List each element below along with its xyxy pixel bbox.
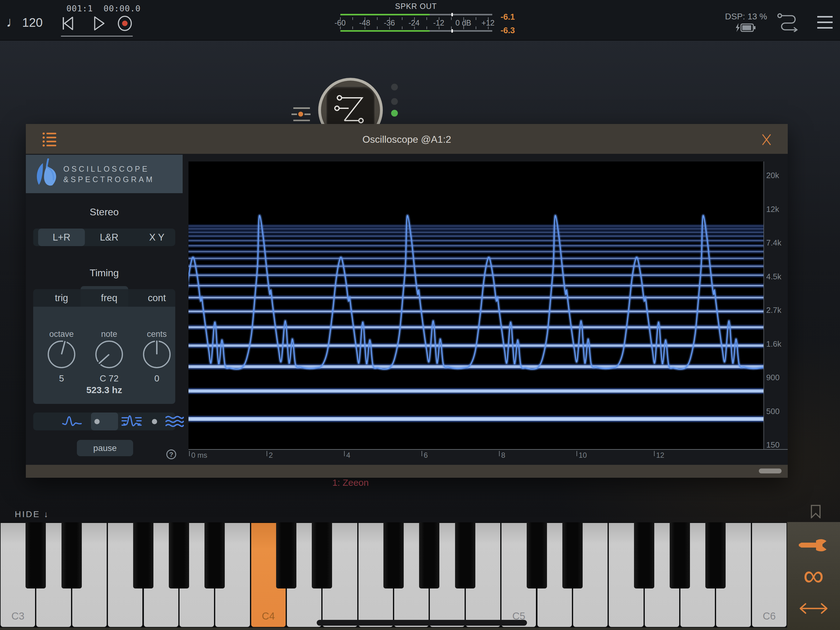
rewind-button[interactable]	[61, 15, 77, 32]
time-label-text: 12	[656, 451, 665, 459]
black-key[interactable]	[62, 522, 82, 589]
leaf-logo-icon	[33, 158, 60, 189]
stereo-heading: Stereo	[26, 206, 183, 218]
scope-canvas	[188, 161, 763, 450]
knob-note[interactable]	[94, 339, 125, 370]
plugin-header[interactable]: Oscilloscope @A1:2	[26, 124, 788, 154]
stereo-option-label: L&R	[85, 229, 133, 246]
wrench-icon[interactable]	[798, 537, 829, 555]
meter-tick	[377, 17, 377, 20]
time-axis-label: 0 ms	[189, 451, 207, 459]
keyboard-scroll-indicator[interactable]	[317, 620, 527, 626]
status-dot	[391, 84, 398, 90]
stereo-option-lr[interactable]: L+R	[38, 229, 85, 246]
signal-flow-icon[interactable]	[777, 13, 801, 32]
tab-label: cont	[133, 289, 180, 307]
black-key[interactable]	[562, 522, 583, 589]
tab-trig[interactable]: trig	[38, 289, 85, 307]
brand-line-1: OSCILLOSCOPE	[63, 165, 149, 174]
tab-label: freq	[85, 289, 133, 307]
key-label: C3	[1, 610, 35, 622]
meter-tick	[476, 27, 476, 29]
mode-oscilloscope-icon[interactable]	[62, 415, 82, 428]
stereo-option-label: X Y	[134, 229, 180, 246]
meter-tick	[451, 27, 452, 29]
knob-value-octave: 5	[37, 374, 86, 384]
scope-display[interactable]	[188, 161, 763, 450]
black-key[interactable]	[384, 522, 404, 589]
time-axis-label: 4	[344, 451, 350, 459]
knob-octave[interactable]	[46, 339, 77, 370]
meter-tick	[476, 17, 476, 20]
mode-dot-icon[interactable]	[152, 419, 157, 424]
mode-spectrogram-icon[interactable]	[166, 415, 184, 427]
play-button[interactable]	[91, 15, 107, 32]
plugin-footer	[26, 465, 788, 478]
hide-keyboard-button[interactable]: HIDE ↓	[15, 510, 49, 519]
white-key-C6[interactable]: C6	[752, 523, 786, 627]
black-key[interactable]	[634, 522, 654, 589]
tab-freq[interactable]: freq	[85, 289, 133, 307]
tab-label: trig	[38, 289, 85, 307]
battery-icon	[735, 23, 757, 33]
resize-handle[interactable]	[759, 469, 782, 473]
black-key[interactable]	[527, 522, 547, 589]
status-dot	[391, 98, 398, 105]
plugin-title: Oscilloscope @A1:2	[26, 134, 788, 145]
mode-dot-icon[interactable]	[95, 419, 99, 424]
time-axis-label: 6	[422, 451, 428, 459]
peak-readout-left: -6.1	[501, 12, 515, 22]
meter-level-left	[340, 14, 429, 15]
menu-icon[interactable]	[817, 15, 833, 30]
knob-label-cents: cents	[135, 329, 178, 339]
record-button[interactable]	[117, 15, 133, 32]
time-label-text: 2	[269, 451, 273, 459]
black-key[interactable]	[25, 522, 46, 589]
key-label: C4	[251, 610, 286, 622]
mode-combined-icon[interactable]	[122, 415, 142, 428]
frequency-axis-label: 2.7k	[766, 306, 781, 315]
black-key[interactable]	[705, 522, 726, 589]
close-icon[interactable]	[760, 134, 773, 146]
black-key[interactable]	[169, 522, 189, 589]
frequency-axis-label: 7.4k	[766, 238, 781, 248]
channel-settings-icon[interactable]	[292, 106, 312, 123]
zeeon-z-icon	[333, 92, 368, 129]
stereo-mode-selector: L+RL&RX Y	[33, 229, 175, 246]
knob-label-octave: octave	[40, 329, 83, 339]
track-name-label[interactable]: 1: Zeeon	[305, 477, 396, 488]
tab-cont[interactable]: cont	[133, 289, 180, 307]
bookmark-icon[interactable]	[811, 505, 821, 518]
black-key[interactable]	[419, 522, 439, 589]
time-tick	[576, 451, 577, 456]
stereo-option-lr[interactable]: L&R	[85, 229, 133, 246]
time-tick	[499, 451, 500, 456]
infinity-loop-icon[interactable]: ∞	[799, 562, 828, 589]
top-toolbar: ♩120 001:1 00:00.0 SPKR OUT -60-48-36-24…	[0, 0, 840, 41]
time-tick	[344, 451, 345, 456]
horizontal-arrows-icon[interactable]	[798, 599, 829, 618]
frequency-axis-label: 500	[766, 407, 779, 416]
meter-tick	[377, 27, 377, 29]
peak-readout-right: -6.3	[501, 26, 515, 35]
knob-cents[interactable]	[141, 339, 172, 370]
timing-tab-bar: trigfreqcont	[33, 289, 175, 307]
pause-button[interactable]: pause	[77, 440, 133, 456]
timing-heading: Timing	[26, 268, 183, 279]
meter-tick-label: -48	[359, 19, 370, 27]
tempo-display[interactable]: ♩120	[6, 14, 43, 30]
meter-tick-label: -24	[409, 19, 420, 27]
black-key[interactable]	[669, 522, 690, 589]
black-key[interactable]	[133, 522, 153, 589]
black-key[interactable]	[204, 522, 225, 589]
meter-tick	[402, 17, 403, 20]
knob-label-note: note	[88, 329, 131, 339]
meter-tick-label: -60	[335, 19, 346, 27]
stereo-option-xy[interactable]: X Y	[134, 229, 180, 246]
playhead-position[interactable]: 001:1 00:00.0	[66, 4, 134, 13]
help-icon[interactable]: ?	[166, 450, 176, 459]
black-key[interactable]	[276, 522, 297, 589]
stereo-option-label: L+R	[38, 229, 85, 246]
black-key[interactable]	[455, 522, 475, 589]
black-key[interactable]	[312, 522, 332, 589]
